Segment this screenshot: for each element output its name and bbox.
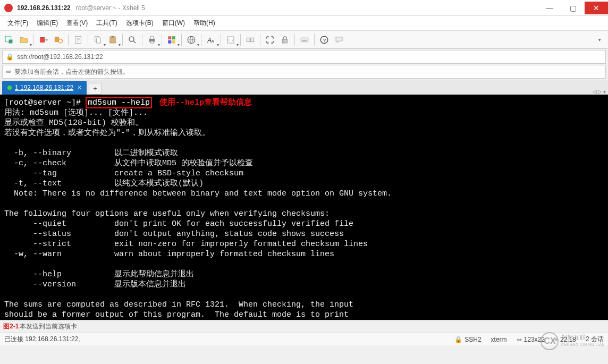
- term-line: The sums are computed as described in RF…: [4, 300, 353, 309]
- figure-label: 图2-1: [3, 322, 19, 331]
- toolbar-separator: [294, 34, 295, 46]
- font-icon[interactable]: AA: [204, 33, 218, 47]
- status-dot-icon: [7, 86, 12, 90]
- add-session-arrow-icon[interactable]: ⇨: [6, 68, 11, 75]
- find-icon[interactable]: [125, 33, 139, 47]
- term-line: The following four options are useful on…: [4, 209, 330, 218]
- command-highlight: md5sum --help: [86, 97, 152, 108]
- app-icon: [4, 4, 13, 12]
- term-line: --tag create a BSD-style checksum: [4, 169, 243, 178]
- new-session-icon[interactable]: [2, 33, 16, 47]
- svg-rect-22: [247, 38, 250, 42]
- svg-rect-1: [9, 40, 12, 43]
- print-icon[interactable]: [145, 33, 159, 47]
- fullscreen-icon[interactable]: [263, 33, 277, 47]
- disconnect-icon[interactable]: [37, 33, 50, 47]
- menu-window[interactable]: 窗口(W): [158, 16, 189, 30]
- svg-rect-7: [97, 38, 101, 43]
- term-line: 若没有文件选项，或者文件处为"-"，则从标准输入读取。: [4, 129, 210, 138]
- help-icon[interactable]: ?: [317, 33, 331, 47]
- script-icon[interactable]: [224, 33, 238, 47]
- svg-text:?: ?: [323, 37, 326, 43]
- term-line: --help 显示此帮助信息并退出: [4, 270, 194, 279]
- toolbar-separator: [221, 34, 221, 46]
- lock-small-icon: 🔒: [6, 53, 14, 61]
- term-line: -w, --warn warn about improperly formatt…: [4, 250, 334, 259]
- lock-icon[interactable]: [278, 33, 292, 47]
- tab-next-icon[interactable]: ▷: [598, 89, 602, 95]
- term-line: --strict exit non-zero for improperly fo…: [4, 240, 368, 249]
- menu-file[interactable]: 文件(F): [3, 16, 32, 30]
- compose-bar[interactable]: 图2-1本发送到当前选项卡: [0, 320, 608, 333]
- address-bar[interactable]: 🔒 ssh://root@192.168.26.131:22: [2, 50, 606, 64]
- status-term: xterm: [491, 336, 507, 343]
- toolbar-separator: [260, 34, 260, 46]
- tab-prev-icon[interactable]: ◁: [593, 89, 597, 95]
- session-tab[interactable]: 1 192.168.26.131:22 ×: [2, 81, 87, 95]
- chat-icon[interactable]: [332, 33, 346, 47]
- toolbar-separator: [68, 34, 69, 46]
- term-line: should be a former output of this progra…: [4, 310, 349, 319]
- properties-icon[interactable]: [71, 33, 85, 47]
- maximize-button[interactable]: ▢: [561, 2, 585, 14]
- svg-rect-8: [110, 37, 116, 43]
- tab-close-icon[interactable]: ×: [78, 84, 81, 91]
- lang-icon[interactable]: [184, 33, 198, 47]
- info-text: 要添加当前会话，点击左侧的箭头按钮。: [14, 67, 129, 77]
- window-controls: — ▢ ✕: [538, 2, 608, 14]
- menu-help[interactable]: 帮助(H): [189, 16, 219, 30]
- toolbar-separator: [33, 34, 34, 46]
- title-host: 192.168.26.131:22: [17, 4, 71, 12]
- svg-rect-9: [112, 36, 114, 37]
- minimize-button[interactable]: —: [538, 2, 561, 14]
- transfer-icon[interactable]: [243, 33, 257, 47]
- paste-icon[interactable]: [106, 33, 120, 47]
- svg-rect-15: [172, 36, 175, 39]
- toolbar-separator: [142, 34, 142, 46]
- menu-bar: 文件(F) 编辑(E) 查看(V) 工具(T) 选项卡(B) 窗口(W) 帮助(…: [0, 16, 608, 31]
- toolbar-expand[interactable]: ▾: [598, 37, 606, 43]
- copy-icon[interactable]: [91, 33, 105, 47]
- toolbar-separator: [201, 34, 201, 46]
- svg-rect-2: [40, 37, 45, 42]
- reconnect-icon[interactable]: [52, 33, 65, 47]
- address-text: ssh://root@192.168.26.131:22: [17, 53, 103, 61]
- svg-rect-12: [150, 37, 154, 39]
- term-line: -c, --check 从文件中读取MD5 的校验值并予以检查: [4, 159, 253, 168]
- new-tab-button[interactable]: +: [89, 83, 102, 95]
- title-bar: 192.168.26.131:22 root@server:~ - Xshell…: [0, 0, 608, 16]
- close-button[interactable]: ✕: [585, 2, 608, 14]
- toolbar-separator: [314, 34, 315, 46]
- status-ssh: 🔒SSH2: [454, 336, 481, 343]
- status-connection: 已连接 192.168.26.131:22。: [4, 335, 85, 344]
- menu-tools[interactable]: 工具(T): [92, 16, 121, 30]
- svg-rect-21: [227, 37, 234, 43]
- color-scheme-icon[interactable]: [165, 33, 179, 47]
- toolbar-separator: [88, 34, 88, 46]
- title-caption: root@server:~ - Xshell 5: [76, 4, 145, 12]
- menu-view[interactable]: 查看(V): [62, 16, 92, 30]
- toolbar: AA ? ▾: [0, 31, 608, 49]
- toolbar-separator: [240, 34, 241, 46]
- tab-list-icon[interactable]: ▾: [603, 89, 606, 95]
- svg-rect-17: [172, 40, 175, 43]
- toolbar-separator: [122, 34, 123, 46]
- term-line: -t, --text 以纯文本模式读取(默认): [4, 179, 204, 188]
- term-line: --version 显示版本信息并退出: [4, 280, 186, 289]
- toolbar-separator: [181, 34, 182, 46]
- tab-nav: ◁ ▷ ▾: [593, 89, 606, 95]
- watermark: CX 创新互联 CHUANG XIN HU LIAN: [541, 332, 605, 350]
- svg-rect-14: [168, 36, 171, 39]
- menu-tab[interactable]: 选项卡(B): [122, 16, 158, 30]
- compose-placeholder: 本发送到当前选项卡: [20, 322, 77, 331]
- svg-text:A: A: [212, 38, 214, 43]
- terminal[interactable]: [root@server ~]# md5sum --help使用--help查看…: [0, 95, 608, 320]
- open-session-icon[interactable]: [17, 33, 31, 47]
- svg-text:A: A: [207, 36, 212, 44]
- tab-label: 1 192.168.26.131:22: [15, 84, 73, 91]
- menu-edit[interactable]: 编辑(E): [32, 16, 62, 30]
- svg-rect-23: [251, 38, 254, 42]
- term-line: 用法: md5sum [选项]... [文件]...: [4, 108, 148, 117]
- keyboard-icon[interactable]: [298, 33, 311, 47]
- svg-rect-16: [168, 40, 171, 43]
